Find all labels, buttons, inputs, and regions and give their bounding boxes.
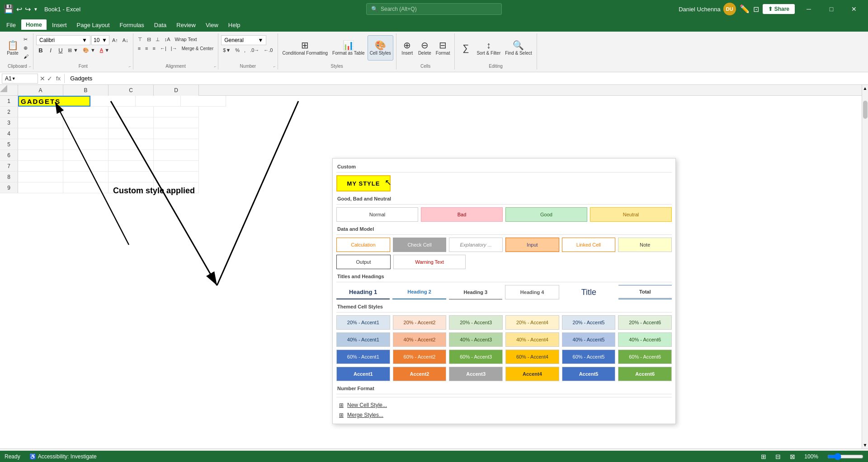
normal-style-cell[interactable]: Normal: [336, 207, 418, 222]
scroll-thumb[interactable]: [863, 101, 868, 119]
accent1-cell[interactable]: Accent1: [336, 367, 390, 381]
delete-button[interactable]: ⊖ Delete: [416, 35, 433, 61]
cell-a4[interactable]: [18, 128, 63, 139]
cell-b6[interactable]: [63, 150, 108, 161]
cell-a9[interactable]: [18, 182, 63, 193]
row-num-1[interactable]: 1: [0, 96, 18, 107]
cell-d4[interactable]: [154, 128, 199, 139]
increase-decimal-button[interactable]: .0→: [248, 46, 261, 54]
cell-c1[interactable]: [136, 96, 181, 107]
align-center-button[interactable]: ≡: [143, 44, 150, 52]
cell-reference-box[interactable]: A1 ▼: [2, 74, 38, 84]
accent4-cell[interactable]: Accent4: [505, 367, 559, 381]
accent1-40-cell[interactable]: 40% - Accent1: [336, 332, 390, 347]
menu-view[interactable]: View: [201, 20, 223, 30]
linked-cell-style-cell[interactable]: Linked Cell: [562, 238, 616, 252]
format-painter-button[interactable]: 🖌: [22, 52, 30, 61]
menu-help[interactable]: Help: [224, 20, 245, 30]
check-cell-style-cell[interactable]: Check Cell: [393, 238, 447, 252]
my-style-cell[interactable]: MY STYLE: [336, 175, 391, 191]
accent1-20-cell[interactable]: 20% - Accent1: [336, 315, 390, 330]
search-box[interactable]: 🔍 Search (Alt+Q): [366, 3, 502, 15]
cell-d8[interactable]: [154, 172, 199, 182]
cell-ref-dropdown[interactable]: ▼: [12, 76, 16, 81]
save-icon[interactable]: 💾: [4, 4, 14, 14]
accent4-40-cell[interactable]: 40% - Accent4: [505, 332, 559, 347]
row-num-6[interactable]: 6: [0, 150, 18, 161]
col-header-b[interactable]: B: [63, 85, 108, 96]
conditional-formatting-button[interactable]: ⊞ Conditional Formatting: [281, 35, 330, 61]
heading4-style-cell[interactable]: Heading 4: [505, 285, 559, 299]
alignment-expand[interactable]: ⌐: [214, 65, 217, 69]
copy-button[interactable]: ⊕: [22, 44, 30, 52]
menu-data[interactable]: Data: [150, 20, 171, 30]
accent5-60-cell[interactable]: 60% - Accent5: [562, 350, 616, 364]
new-cell-style-link[interactable]: ⊞ New Cell Style...: [336, 400, 672, 410]
accent4-20-cell[interactable]: 20% - Accent4: [505, 315, 559, 330]
align-top-button[interactable]: ⊤: [136, 35, 144, 43]
font-size-selector[interactable]: 10 ▼: [91, 35, 109, 45]
align-bottom-button[interactable]: ⊥: [154, 35, 162, 43]
format-button[interactable]: ⊟ Format: [434, 35, 452, 61]
menu-file[interactable]: File: [2, 20, 20, 30]
row-num-7[interactable]: 7: [0, 161, 18, 172]
col-header-c[interactable]: C: [108, 85, 154, 96]
zoom-slider[interactable]: [827, 453, 863, 460]
align-middle-button[interactable]: ⊟: [145, 35, 153, 43]
restore-icon[interactable]: ⊡: [753, 5, 759, 14]
indent-increase-button[interactable]: |→: [169, 44, 179, 52]
warning-text-style-cell[interactable]: Warning Text: [393, 255, 466, 269]
view-page-layout-button[interactable]: ⊟: [775, 453, 781, 460]
font-name-selector[interactable]: Calibri ▼: [36, 35, 90, 45]
format-as-table-button[interactable]: 📊 Format as Table: [330, 35, 367, 61]
sum-button[interactable]: ∑: [458, 35, 474, 61]
neutral-style-cell[interactable]: Neutral: [590, 207, 672, 222]
good-style-cell[interactable]: Good: [505, 207, 587, 222]
cell-styles-button[interactable]: 🎨 Cell Styles: [368, 35, 393, 61]
indent-decrease-button[interactable]: ←|: [158, 44, 168, 52]
decrease-decimal-button[interactable]: ←.0: [262, 46, 274, 54]
row-num-4[interactable]: 4: [0, 128, 18, 139]
output-style-cell[interactable]: Output: [336, 255, 391, 269]
redo-icon[interactable]: ↪: [25, 5, 31, 14]
italic-button[interactable]: I: [46, 46, 55, 54]
decrease-font-button[interactable]: A↓: [121, 36, 130, 44]
cell-c6[interactable]: [108, 150, 154, 161]
cell-a5[interactable]: [18, 139, 63, 150]
cell-d3[interactable]: [154, 117, 199, 128]
align-left-button[interactable]: ≡: [136, 44, 142, 52]
cell-a7[interactable]: [18, 161, 63, 172]
cell-b4[interactable]: [63, 128, 108, 139]
cell-c8[interactable]: [108, 172, 154, 182]
title-style-cell[interactable]: Title: [562, 285, 615, 299]
cell-c9[interactable]: [108, 182, 154, 193]
accent4-60-cell[interactable]: 60% - Accent4: [505, 350, 559, 364]
row-num-9[interactable]: 9: [0, 182, 18, 193]
quick-access-dropdown[interactable]: ▼: [33, 7, 38, 12]
cell-c4[interactable]: [108, 128, 154, 139]
accent2-20-cell[interactable]: 20% - Accent2: [393, 315, 447, 330]
cell-d7[interactable]: [154, 161, 199, 172]
cut-button[interactable]: ✂: [22, 35, 30, 43]
number-expand[interactable]: ⌐: [274, 65, 276, 69]
bold-button[interactable]: B: [36, 46, 45, 54]
col-header-d[interactable]: D: [154, 85, 199, 96]
pen-icon[interactable]: ✏️: [740, 4, 750, 14]
merge-center-button[interactable]: Merge & Center: [180, 44, 216, 52]
cell-d1[interactable]: [181, 96, 226, 107]
cell-a1[interactable]: GADGETS: [18, 96, 90, 107]
scroll-down-button[interactable]: ▼: [862, 442, 868, 448]
bad-style-cell[interactable]: Bad: [421, 207, 503, 222]
accent3-cell[interactable]: Accent3: [449, 367, 503, 381]
cell-a3[interactable]: [18, 117, 63, 128]
row-num-2[interactable]: 2: [0, 107, 18, 117]
cell-b2[interactable]: [63, 107, 108, 117]
accent2-60-cell[interactable]: 60% - Accent2: [393, 350, 447, 364]
accent2-40-cell[interactable]: 40% - Accent2: [393, 332, 447, 347]
formula-input[interactable]: Gadgets: [66, 75, 866, 82]
accent3-20-cell[interactable]: 20% - Accent3: [449, 315, 503, 330]
total-style-cell[interactable]: Total: [618, 285, 672, 299]
undo-icon[interactable]: ↩: [16, 5, 22, 14]
cell-b1[interactable]: [90, 96, 136, 107]
view-page-break-button[interactable]: ⊠: [790, 453, 795, 460]
